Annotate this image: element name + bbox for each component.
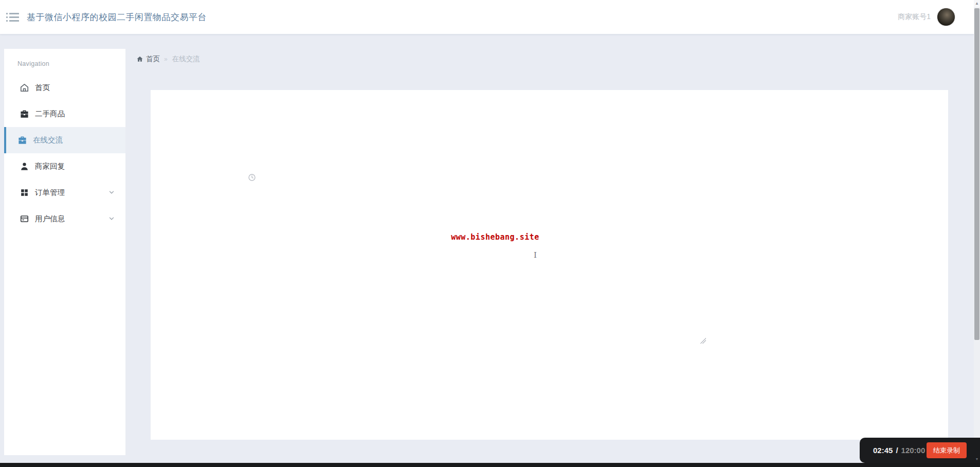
home-icon (136, 56, 143, 63)
vertical-scrollbar[interactable]: ▲ (974, 0, 980, 467)
sidebar-item-label: 用户信息 (35, 214, 65, 224)
sidebar-item-merchant-reply[interactable]: 商家回复 (4, 153, 125, 179)
watermark-text: www.bishebang.site (448, 232, 542, 242)
sidebar-toggle-icon[interactable] (6, 12, 20, 23)
breadcrumb-home-label: 首页 (146, 55, 160, 64)
recording-separator: / (896, 446, 898, 455)
nav-section-label: Navigation (4, 49, 125, 75)
clock-icon (248, 173, 256, 182)
sidebar-item-label: 二手商品 (35, 109, 65, 119)
sidebar-item-label: 订单管理 (35, 188, 65, 197)
briefcase-icon (20, 109, 29, 119)
bottom-edge-bar (0, 463, 980, 467)
recording-elapsed: 02:45 (873, 446, 893, 455)
briefcase-icon (17, 135, 27, 145)
content-card (151, 90, 948, 440)
breadcrumb-current: 在线交流 (172, 55, 200, 64)
vertical-scrollbar-thumb[interactable] (974, 8, 979, 340)
sidebar-item-secondhand-goods[interactable]: 二手商品 (4, 101, 125, 127)
sidebar-item-label: 商家回复 (35, 161, 65, 171)
breadcrumb-home-link[interactable]: 首页 (136, 55, 160, 64)
sidebar-item-user-info[interactable]: 用户信息 (4, 206, 125, 232)
user-icon (20, 161, 29, 171)
breadcrumb-separator: » (164, 56, 168, 63)
sidebar-item-order-management[interactable]: 订单管理 (4, 179, 125, 206)
chevron-down-icon[interactable] (108, 215, 115, 222)
stop-recording-button[interactable]: 结束录制 (927, 442, 967, 458)
sidebar-item-online-chat[interactable]: 在线交流 (4, 127, 125, 153)
sidebar-item-label: 首页 (35, 83, 50, 93)
app-header: 基于微信小程序的校园二手闲置物品交易平台 商家账号1 (0, 0, 980, 34)
breadcrumb: 首页 » 在线交流 (136, 53, 200, 65)
home-icon (20, 83, 29, 93)
current-user-label[interactable]: 商家账号1 (898, 12, 931, 22)
scroll-up-arrow-icon[interactable]: ▲ (974, 0, 980, 7)
recording-timer: 02:45 / 120:00 (873, 446, 925, 455)
scroll-down-arrow-icon[interactable]: ▾ (974, 456, 980, 463)
textarea-resize-handle[interactable] (700, 338, 706, 344)
screen-recorder-bar: 02:45 / 120:00 结束录制 (860, 438, 980, 463)
sidebar-item-home[interactable]: 首页 (4, 75, 125, 101)
page-title: 基于微信小程序的校园二手闲置物品交易平台 (27, 0, 207, 34)
sidebar-item-label: 在线交流 (33, 135, 63, 145)
chevron-down-icon[interactable] (108, 189, 115, 196)
grid-icon (20, 188, 29, 197)
card-icon (20, 214, 29, 224)
recording-total: 120:00 (901, 446, 925, 455)
sidebar: Navigation 首页 二手商品 在线交流 (4, 49, 125, 455)
avatar[interactable] (937, 8, 955, 26)
